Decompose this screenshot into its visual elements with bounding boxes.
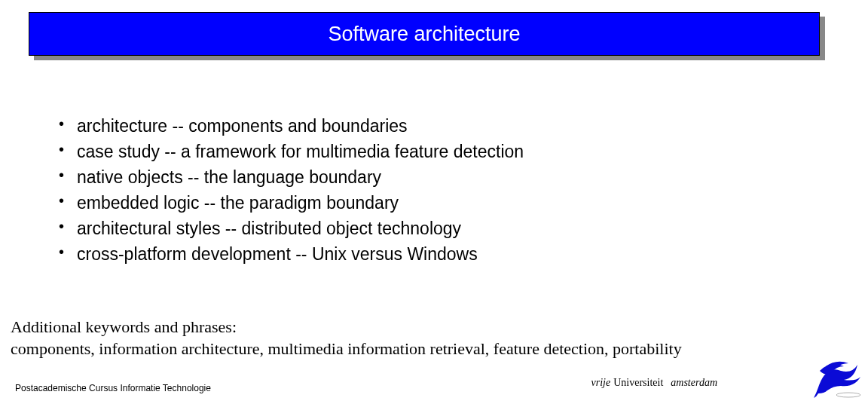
list-item: cross-platform development -- Unix versu…: [54, 241, 524, 267]
footer-right-amsterdam: amsterdam: [671, 377, 717, 388]
additional-heading: Additional keywords and phrases:: [11, 317, 794, 338]
footer-left: Postacademische Cursus Informatie Techno…: [15, 383, 211, 393]
footer-right-universiteit: Universiteit: [613, 377, 663, 388]
list-item: case study -- a framework for multimedia…: [54, 139, 524, 164]
footer-right-vrije: vrije: [591, 377, 611, 388]
footer-right: vrijeUniversiteitamsterdam: [591, 377, 717, 389]
list-item: architecture -- components and boundarie…: [54, 113, 524, 139]
slide-title: Software architecture: [328, 23, 520, 46]
additional-text: components, information architecture, mu…: [11, 338, 794, 360]
list-item: native objects -- the language boundary: [54, 164, 524, 190]
list-item: embedded logic -- the paradigm boundary: [54, 190, 524, 216]
griffin-logo-icon: [811, 357, 863, 399]
additional-block: Additional keywords and phrases: compone…: [11, 317, 794, 360]
svg-point-0: [836, 393, 860, 397]
bullet-list: architecture -- components and boundarie…: [54, 113, 524, 267]
title-bar: Software architecture: [29, 12, 820, 56]
list-item: architectural styles -- distributed obje…: [54, 216, 524, 241]
